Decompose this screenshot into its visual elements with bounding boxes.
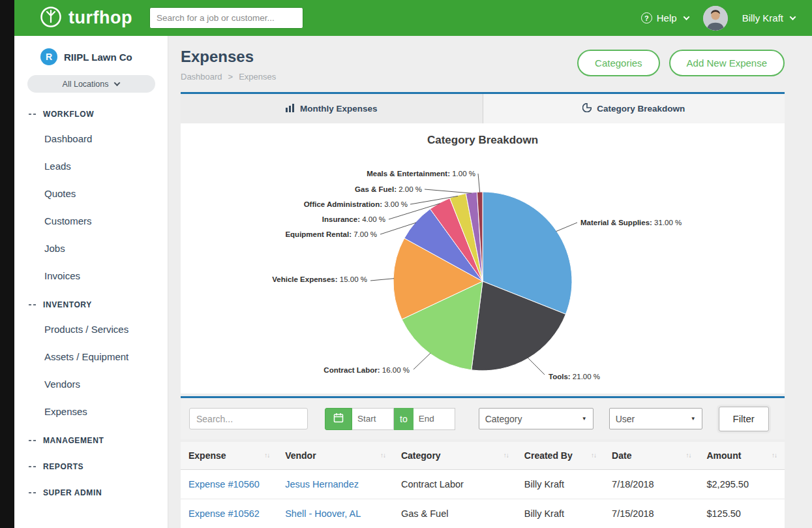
breadcrumb-dashboard[interactable]: Dashboard: [181, 72, 222, 82]
expense-link[interactable]: Expense #10562: [188, 508, 260, 519]
start-date-input[interactable]: [352, 408, 394, 430]
column-label: Expense: [188, 450, 226, 461]
column-header-expense[interactable]: Expense↑↓: [181, 442, 277, 470]
column-label: Created By: [524, 450, 573, 461]
help-label: Help: [657, 12, 677, 23]
calendar-icon: [333, 412, 344, 425]
pie-label-tools: Tools: 21.00 %: [549, 373, 600, 380]
expenses-table: Expense↑↓Vendor↑↓Category↑↓Created By↑↓D…: [181, 442, 785, 528]
location-selector-label: All Locations: [63, 80, 109, 89]
user-select-value: User: [616, 414, 635, 424]
table-search-input[interactable]: [189, 408, 308, 429]
add-new-expense-button[interactable]: Add New Expense: [669, 50, 785, 76]
cell-expense: Expense #10560: [181, 470, 277, 499]
categories-button[interactable]: Categories: [577, 50, 660, 76]
sort-icon[interactable]: ↑↓: [685, 452, 691, 459]
cell-date: 7/18/2018: [604, 470, 699, 499]
sidebar: R RIIPL Lawn Co All Locations WORKFLOWDa…: [14, 36, 168, 528]
pie-label-line: [425, 189, 472, 193]
sidebar-item-dashboard[interactable]: Dashboard: [14, 125, 168, 153]
sidebar-section-inventory[interactable]: INVENTORY: [14, 290, 168, 316]
user-avatar[interactable]: [703, 6, 728, 31]
user-select[interactable]: User ▼: [609, 408, 702, 429]
filter-bar: to Category ▼ User ▼ Filter: [181, 396, 785, 439]
sidebar-item-assets-equipment[interactable]: Assets / Equipment: [14, 343, 168, 371]
turfhop-logo[interactable]: turfhop: [39, 5, 132, 31]
column-label: Vendor: [285, 450, 316, 461]
table-row: Expense #10560Jesus HernandezContract La…: [181, 470, 785, 499]
calendar-button[interactable]: [325, 408, 352, 430]
sidebar-section-label: WORKFLOW: [43, 110, 94, 119]
pie-label-meals-entertainment: Meals & Entertainment: 1.00 %: [367, 170, 475, 178]
vendor-link[interactable]: Jesus Hernandez: [285, 479, 359, 489]
column-header-created-by[interactable]: Created By↑↓: [517, 442, 604, 470]
table-header-row: Expense↑↓Vendor↑↓Category↑↓Created By↑↓D…: [181, 442, 785, 470]
user-menu[interactable]: Billy Kraft: [742, 12, 795, 23]
sidebar-item-jobs[interactable]: Jobs: [14, 235, 168, 262]
section-dash-icon: [29, 492, 37, 493]
cell-category: Contract Labor: [393, 470, 517, 499]
end-date-input[interactable]: [414, 408, 455, 430]
breadcrumb: Dashboard > Expenses: [181, 72, 276, 82]
page-title: Expenses: [181, 48, 276, 66]
sidebar-section-label: SUPER ADMIN: [43, 488, 102, 497]
sidebar-item-customers[interactable]: Customers: [14, 208, 168, 235]
cell-date: 7/15/2018: [604, 499, 699, 528]
location-selector[interactable]: All Locations: [27, 75, 155, 93]
breadcrumb-expenses: Expenses: [239, 72, 276, 82]
pie-label-contract-labor: Contract Labor: 16.00 %: [323, 366, 410, 374]
pie-label-line: [556, 223, 578, 232]
pie-label-equipment-rental: Equipment Rental: 7.00 %: [285, 230, 377, 238]
sidebar-item-invoices[interactable]: Invoices: [14, 262, 168, 290]
column-header-vendor[interactable]: Vendor↑↓: [277, 442, 393, 470]
sidebar-section-label: REPORTS: [43, 462, 83, 471]
sidebar-item-expenses[interactable]: Expenses: [14, 398, 168, 426]
sidebar-item-leads[interactable]: Leads: [14, 153, 168, 180]
pie-label-line: [370, 279, 394, 281]
sort-icon[interactable]: ↑↓: [264, 452, 269, 459]
sidebar-nav: WORKFLOWDashboardLeadsQuotesCustomersJob…: [14, 99, 168, 504]
date-range-group: to: [325, 408, 455, 430]
company-logo: R: [40, 48, 57, 65]
sidebar-section-super-admin[interactable]: SUPER ADMIN: [14, 478, 168, 504]
sort-icon[interactable]: ↑↓: [591, 452, 596, 459]
breadcrumb-separator-icon: >: [228, 72, 233, 82]
cell-amount: $125.50: [699, 499, 785, 528]
cell-amount: $2,295.50: [699, 470, 785, 499]
tab-category-breakdown-label: Category Breakdown: [597, 104, 685, 114]
cell-created_by: Billy Kraft: [517, 499, 604, 528]
section-dash-icon: [29, 304, 37, 305]
sidebar-item-quotes[interactable]: Quotes: [14, 180, 168, 208]
vendor-link[interactable]: Shell - Hoover, AL: [285, 508, 361, 519]
column-label: Category: [401, 450, 441, 461]
tab-category-breakdown[interactable]: Category Breakdown: [483, 94, 785, 123]
column-header-date[interactable]: Date↑↓: [604, 442, 699, 470]
job-search-input[interactable]: [149, 7, 303, 29]
pie-label-vehicle-expenses: Vehicle Expenses: 15.00 %: [272, 275, 367, 283]
tab-monthly-expenses[interactable]: Monthly Expenses: [181, 94, 483, 123]
sort-icon[interactable]: ↑↓: [504, 452, 509, 459]
section-dash-icon: [29, 440, 37, 441]
column-header-amount[interactable]: Amount↑↓: [699, 442, 785, 470]
sidebar-item-products-services[interactable]: Products / Services: [14, 316, 168, 343]
section-dash-icon: [29, 114, 37, 115]
pie-label-line: [478, 174, 480, 193]
expense-link[interactable]: Expense #10560: [188, 479, 260, 489]
category-select-value: Category: [485, 414, 522, 424]
sort-icon[interactable]: ↑↓: [772, 452, 777, 459]
app-root: turfhop ? Help: [0, 0, 812, 528]
sidebar-section-reports[interactable]: REPORTS: [14, 452, 168, 478]
category-select[interactable]: Category ▼: [479, 408, 594, 429]
help-menu[interactable]: ? Help: [641, 12, 689, 23]
column-header-category[interactable]: Category↑↓: [393, 442, 517, 470]
filter-button[interactable]: Filter: [719, 407, 769, 431]
top-header: turfhop ? Help: [14, 0, 812, 36]
sidebar-section-management[interactable]: MANAGEMENT: [14, 426, 168, 452]
pie-chart-icon: [582, 103, 592, 114]
sidebar-section-workflow[interactable]: WORKFLOW: [14, 99, 168, 125]
chart-title: Category Breakdown: [181, 134, 785, 147]
sidebar-item-vendors[interactable]: Vendors: [14, 371, 168, 398]
pie-label-insurance: Insurance: 4.00 %: [322, 215, 385, 223]
sort-icon[interactable]: ↑↓: [380, 452, 385, 459]
main-content: Expenses Dashboard > Expenses Categories…: [168, 36, 812, 528]
